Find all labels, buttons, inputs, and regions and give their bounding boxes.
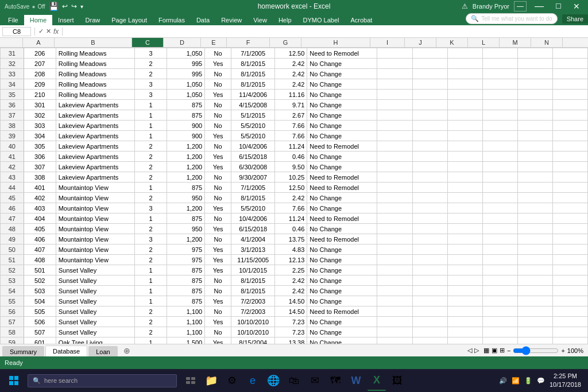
cell[interactable]: 51 [1, 255, 24, 265]
cell[interactable] [517, 224, 552, 234]
cell[interactable]: 11.24 [275, 214, 307, 224]
cell[interactable]: 3 [135, 90, 167, 100]
cell[interactable]: 1 [135, 214, 167, 224]
cell[interactable]: 5/5/2010 [231, 121, 275, 131]
speaker-icon[interactable]: 🔊 [499, 377, 507, 385]
cell[interactable]: 57 [1, 317, 24, 327]
cell[interactable]: No [205, 275, 231, 286]
cell[interactable] [517, 131, 552, 141]
cell[interactable] [517, 203, 552, 214]
cell[interactable] [552, 224, 587, 234]
cell[interactable]: 2.25 [275, 265, 307, 275]
cell[interactable] [412, 110, 447, 121]
cell[interactable]: 7/1/2005 [231, 48, 275, 59]
cell[interactable]: Yes [205, 59, 231, 69]
cell[interactable]: 7.23 [275, 317, 307, 327]
cell[interactable]: 55 [1, 296, 24, 306]
cell[interactable] [377, 234, 412, 244]
cell[interactable]: No [205, 121, 231, 131]
cell[interactable] [552, 162, 587, 172]
cell[interactable] [377, 110, 412, 121]
cell[interactable]: Mountaintop View [56, 214, 134, 224]
cell[interactable]: Yes [205, 90, 231, 100]
cell[interactable] [482, 131, 517, 141]
cell[interactable] [482, 286, 517, 296]
cell[interactable]: 7/2/2003 [231, 296, 275, 306]
cell[interactable] [447, 265, 482, 275]
cell[interactable]: Need to Remodel [307, 183, 377, 193]
cell[interactable]: 601 [24, 337, 56, 344]
cell[interactable] [482, 244, 517, 255]
share-button[interactable]: Share [562, 14, 588, 24]
cell[interactable] [517, 337, 552, 344]
cell[interactable] [517, 296, 552, 306]
start-button[interactable] [2, 369, 25, 392]
cell[interactable] [552, 141, 587, 152]
cell[interactable]: 207 [24, 59, 56, 69]
quick-access-dropdown[interactable]: ▾ [80, 3, 83, 10]
cell[interactable]: 36 [1, 100, 24, 110]
cell[interactable] [517, 275, 552, 286]
cell[interactable]: 2 [135, 162, 167, 172]
cell[interactable]: 53 [1, 275, 24, 286]
cell[interactable] [482, 224, 517, 234]
cell[interactable]: 9.71 [275, 100, 307, 110]
cell[interactable] [447, 224, 482, 234]
cell[interactable] [517, 172, 552, 183]
cell[interactable]: 1 [135, 296, 167, 306]
cell[interactable] [412, 255, 447, 265]
cell[interactable]: 1,500 [167, 337, 205, 344]
cell[interactable]: 875 [167, 110, 205, 121]
tab-loan[interactable]: Loan [88, 346, 117, 357]
edge-btn[interactable]: 🌐 [264, 370, 283, 391]
cell[interactable] [482, 234, 517, 244]
cell[interactable]: 2.42 [275, 286, 307, 296]
cell[interactable]: 8/15/2004 [231, 337, 275, 344]
cell[interactable]: 5/5/2010 [231, 203, 275, 214]
cell[interactable] [377, 296, 412, 306]
cell[interactable] [517, 100, 552, 110]
col-header-e[interactable]: E [201, 38, 227, 47]
taskbar-search[interactable]: 🔍 here search [28, 374, 177, 387]
tab-home[interactable]: Home [24, 15, 52, 25]
maximize-btn[interactable]: ☐ [552, 2, 565, 10]
cell[interactable] [377, 69, 412, 79]
cell[interactable] [517, 214, 552, 224]
cell[interactable]: Rolling Meadows [56, 48, 134, 59]
cell[interactable]: 6/30/2008 [231, 162, 275, 172]
cell[interactable]: 306 [24, 152, 56, 162]
cell[interactable]: 506 [24, 317, 56, 327]
cell[interactable] [447, 59, 482, 69]
cell[interactable]: No Change [307, 296, 377, 306]
tab-acrobat[interactable]: Acrobat [345, 15, 378, 25]
cell[interactable] [482, 152, 517, 162]
tab-data[interactable]: Data [191, 15, 215, 25]
cell[interactable]: 208 [24, 69, 56, 79]
cell[interactable] [412, 79, 447, 90]
cell[interactable] [412, 275, 447, 286]
cell[interactable]: No Change [307, 110, 377, 121]
cell[interactable]: 1 [135, 337, 167, 344]
cell[interactable]: Lakeview Apartments [56, 131, 134, 141]
maps-btn[interactable]: 🗺 [326, 370, 345, 391]
cell[interactable]: Mountaintop View [56, 193, 134, 203]
cell[interactable]: 875 [167, 214, 205, 224]
cell[interactable]: 406 [24, 234, 56, 244]
cell[interactable]: 8/1/2015 [231, 69, 275, 79]
cell[interactable] [412, 337, 447, 344]
cell[interactable]: 2.67 [275, 110, 307, 121]
cell[interactable] [447, 193, 482, 203]
browser-btn[interactable]: e [243, 370, 262, 391]
cell[interactable]: Lakeview Apartments [56, 172, 134, 183]
cell[interactable] [377, 306, 412, 317]
cell[interactable]: Yes [205, 162, 231, 172]
cell[interactable] [482, 296, 517, 306]
cell[interactable]: Yes [205, 265, 231, 275]
cell[interactable]: 950 [167, 193, 205, 203]
cell[interactable] [412, 234, 447, 244]
cell[interactable]: 10/10/2010 [231, 317, 275, 327]
cell[interactable]: 875 [167, 183, 205, 193]
cell[interactable]: Need to Remodel [307, 306, 377, 317]
cell[interactable]: No Change [307, 90, 377, 100]
cell[interactable]: 1,100 [167, 327, 205, 337]
